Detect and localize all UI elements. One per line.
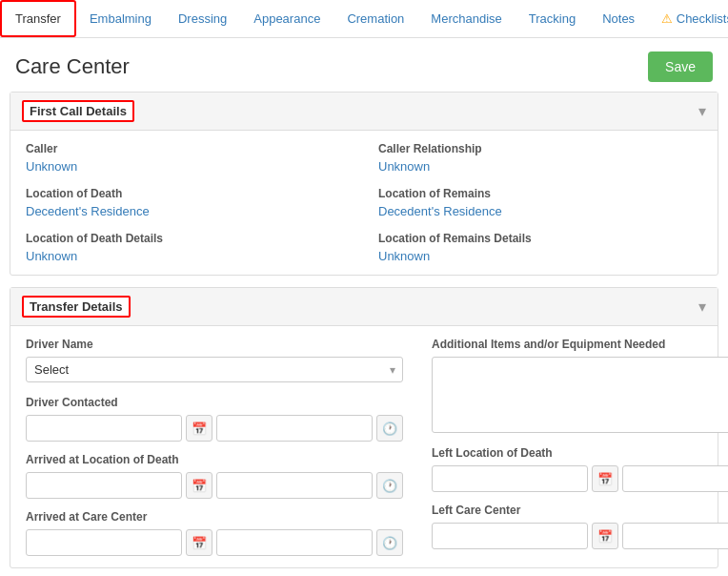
first-call-fields: Caller Unknown Caller Relationship Unkno…: [26, 142, 702, 263]
left-location-death-time-input[interactable]: [622, 465, 728, 492]
arrived-at-death-group: Arrived at Location of Death 📅 🕐: [26, 453, 403, 499]
driver-name-select[interactable]: Select: [26, 357, 403, 382]
location-of-death-group: Location of Death Decedent's Residence: [26, 187, 350, 218]
arrived-at-death-calendar-icon[interactable]: 📅: [186, 472, 212, 499]
arrived-at-care-label: Arrived at Care Center: [26, 510, 403, 524]
tab-checklists[interactable]: ⚠ Checklists: [648, 2, 728, 35]
caller-relationship-value: Unknown: [378, 159, 702, 174]
location-of-death-details-label: Location of Death Details: [26, 232, 350, 245]
location-of-death-label: Location of Death: [26, 187, 350, 200]
top-nav: Transfer Embalming Dressing Appearance C…: [0, 0, 728, 38]
additional-items-textarea[interactable]: [432, 357, 728, 433]
left-location-death-calendar-icon[interactable]: 📅: [592, 465, 618, 492]
tab-notes[interactable]: Notes: [589, 2, 648, 35]
arrived-at-death-time-input[interactable]: [216, 472, 373, 499]
driver-contacted-datetime: 📅 🕐: [26, 415, 403, 442]
driver-name-label: Driver Name: [26, 338, 403, 351]
driver-contacted-date-input[interactable]: [26, 415, 182, 442]
left-location-death-label: Left Location of Death: [432, 446, 728, 460]
location-of-remains-group: Location of Remains Decedent's Residence: [378, 187, 702, 218]
arrived-at-death-clock-icon[interactable]: 🕐: [376, 472, 403, 499]
location-of-remains-details-group: Location of Remains Details Unknown: [378, 232, 702, 263]
arrived-at-death-datetime: 📅 🕐: [26, 472, 403, 499]
tab-appearance[interactable]: Appearance: [240, 2, 334, 35]
tab-cremation[interactable]: Cremation: [334, 2, 417, 35]
driver-contacted-calendar-icon[interactable]: 📅: [186, 415, 212, 442]
transfer-details-toggle[interactable]: ▾: [698, 298, 706, 316]
arrived-at-care-group: Arrived at Care Center 📅 🕐: [26, 510, 403, 556]
driver-contacted-clock-icon[interactable]: 🕐: [376, 415, 403, 442]
transfer-details-title: Transfer Details: [22, 296, 131, 318]
arrived-at-care-datetime: 📅 🕐: [26, 529, 403, 556]
driver-contacted-group: Driver Contacted 📅 🕐: [26, 396, 403, 442]
arrived-at-care-date-input[interactable]: [26, 529, 182, 556]
arrived-at-death-date-input[interactable]: [26, 472, 182, 499]
first-call-header: First Call Details ▾: [10, 93, 718, 131]
driver-name-group: Driver Name Select ▾: [26, 338, 403, 382]
left-care-center-date-input[interactable]: [432, 523, 588, 549]
transfer-details-body: Driver Name Select ▾ Driver Contacted: [10, 326, 718, 567]
arrived-at-care-clock-icon[interactable]: 🕐: [376, 529, 403, 556]
additional-items-group: Additional Items and/or Equipment Needed: [432, 338, 728, 433]
save-button[interactable]: Save: [648, 51, 713, 82]
arrived-at-care-calendar-icon[interactable]: 📅: [186, 529, 212, 556]
tab-merchandise[interactable]: Merchandise: [417, 2, 515, 35]
additional-items-label: Additional Items and/or Equipment Needed: [432, 338, 728, 351]
left-location-death-datetime: 📅 🕐: [432, 465, 728, 492]
driver-contacted-label: Driver Contacted: [26, 396, 403, 409]
caller-relationship-label: Caller Relationship: [378, 142, 702, 155]
location-of-remains-details-value: Unknown: [378, 249, 702, 263]
page-title: Care Center: [15, 54, 130, 79]
left-location-death-date-input[interactable]: [432, 465, 588, 492]
left-care-center-calendar-icon[interactable]: 📅: [592, 523, 618, 549]
location-of-death-value: Decedent's Residence: [26, 204, 350, 218]
first-call-section: First Call Details ▾ Caller Unknown Call…: [10, 92, 718, 276]
location-of-remains-details-label: Location of Remains Details: [378, 232, 702, 245]
transfer-left-col: Driver Name Select ▾ Driver Contacted: [26, 338, 403, 556]
left-care-center-time-input[interactable]: [622, 523, 728, 549]
left-care-center-label: Left Care Center: [432, 504, 728, 517]
first-call-title: First Call Details: [22, 100, 134, 122]
arrived-at-care-time-input[interactable]: [216, 529, 373, 556]
driver-select-wrap: Select ▾: [26, 357, 403, 382]
left-care-center-group: Left Care Center 📅 🕐: [432, 504, 728, 549]
caller-value: Unknown: [26, 159, 350, 174]
first-call-body: Caller Unknown Caller Relationship Unkno…: [10, 131, 718, 275]
left-care-center-datetime: 📅 🕐: [432, 523, 728, 549]
location-of-remains-value: Decedent's Residence: [378, 204, 702, 218]
page-header: Care Center Save: [0, 38, 728, 92]
warning-icon: ⚠: [661, 11, 673, 26]
caller-group: Caller Unknown: [26, 142, 350, 174]
location-of-remains-label: Location of Remains: [378, 187, 702, 200]
tab-transfer[interactable]: Transfer: [0, 0, 76, 37]
transfer-details-section: Transfer Details ▾ Driver Name Select ▾: [10, 287, 718, 568]
location-of-death-details-value: Unknown: [26, 249, 350, 263]
tab-dressing[interactable]: Dressing: [165, 2, 240, 35]
location-of-death-details-group: Location of Death Details Unknown: [26, 232, 350, 263]
arrived-at-death-label: Arrived at Location of Death: [26, 453, 403, 466]
tab-tracking[interactable]: Tracking: [516, 2, 589, 35]
transfer-right-col: Additional Items and/or Equipment Needed…: [432, 338, 728, 556]
driver-contacted-time-input[interactable]: [216, 415, 373, 442]
tab-embalming[interactable]: Embalming: [76, 2, 165, 35]
caller-relationship-group: Caller Relationship Unknown: [378, 142, 702, 174]
left-location-death-group: Left Location of Death 📅 🕐: [432, 446, 728, 492]
caller-label: Caller: [26, 142, 350, 155]
first-call-toggle[interactable]: ▾: [698, 102, 706, 120]
transfer-details-header: Transfer Details ▾: [10, 288, 718, 326]
transfer-grid: Driver Name Select ▾ Driver Contacted: [26, 338, 702, 556]
